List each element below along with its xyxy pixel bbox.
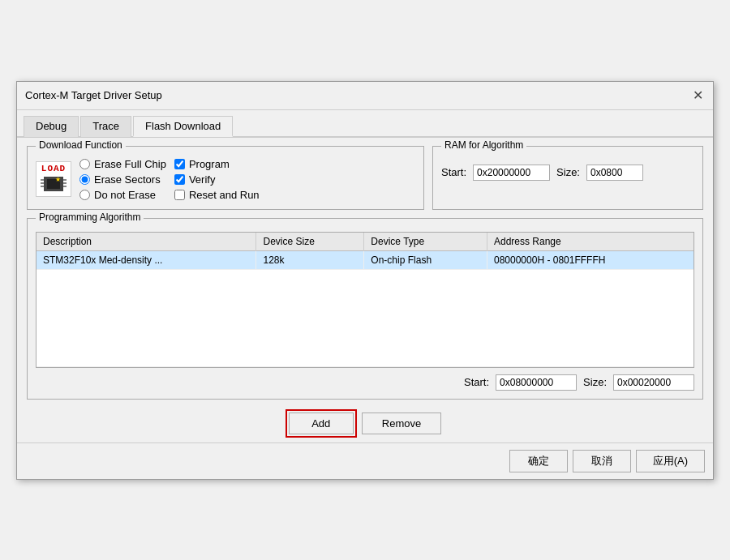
bottom-bar: 确定 取消 应用(A) bbox=[17, 442, 713, 479]
top-row: Download Function LOAD bbox=[27, 146, 703, 210]
cell-device-type: On-chip Flash bbox=[364, 250, 487, 269]
programming-algorithm-label: Programming Algorithm bbox=[36, 212, 144, 223]
col-address-range: Address Range bbox=[487, 233, 694, 251]
radio-erase-sectors-input[interactable] bbox=[79, 174, 90, 185]
svg-rect-2 bbox=[41, 179, 44, 181]
ram-algorithm-label: RAM for Algorithm bbox=[441, 139, 526, 151]
prog-bottom: Start: Size: bbox=[36, 374, 694, 391]
prog-start-label: Start: bbox=[464, 376, 489, 388]
title-bar: Cortex-M Target Driver Setup ✕ bbox=[17, 82, 713, 110]
checkbox-verify-input[interactable] bbox=[174, 174, 185, 185]
col-device-type: Device Type bbox=[364, 233, 487, 251]
prog-size-input[interactable] bbox=[613, 374, 694, 391]
checkbox-verify-label: Verify bbox=[189, 173, 216, 186]
svg-rect-4 bbox=[41, 186, 44, 187]
prog-size-label: Size: bbox=[583, 376, 607, 388]
radio-erase-sectors-label: Erase Sectors bbox=[94, 173, 161, 186]
table-row[interactable]: STM32F10x Med-density ... 128k On-chip F… bbox=[36, 250, 694, 269]
checkbox-program-label: Program bbox=[189, 158, 230, 170]
tab-bar: Debug Trace Flash Download bbox=[17, 110, 713, 138]
checkbox-reset-run-input[interactable] bbox=[174, 190, 185, 200]
radio-do-not-erase-label: Do not Erase bbox=[94, 189, 156, 201]
col-device-size: Device Size bbox=[256, 233, 364, 251]
cancel-button[interactable]: 取消 bbox=[573, 450, 631, 472]
load-icon: LOAD bbox=[36, 161, 71, 197]
checkbox-program-input[interactable] bbox=[174, 159, 185, 169]
action-button-row: Add Remove bbox=[27, 413, 703, 434]
programming-table-wrapper: Description Device Size Device Type Addr… bbox=[36, 232, 694, 368]
apply-button[interactable]: 应用(A) bbox=[636, 450, 705, 472]
tab-trace[interactable]: Trace bbox=[80, 116, 131, 137]
download-inner: LOAD bbox=[36, 158, 415, 201]
remove-button[interactable]: Remove bbox=[362, 413, 441, 434]
ok-button[interactable]: 确定 bbox=[509, 450, 568, 472]
main-window: Cortex-M Target Driver Setup ✕ Debug Tra… bbox=[16, 81, 714, 480]
svg-rect-3 bbox=[41, 182, 44, 184]
ram-algorithm-group: RAM for Algorithm Start: Size: bbox=[432, 146, 703, 210]
window-title: Cortex-M Target Driver Setup bbox=[25, 89, 162, 101]
radio-do-not-erase-input[interactable] bbox=[79, 190, 90, 200]
checkbox-verify[interactable]: Verify bbox=[174, 173, 260, 186]
cell-address-range: 08000000H - 0801FFFFH bbox=[487, 250, 694, 269]
tab-content: Download Function LOAD bbox=[17, 138, 713, 442]
checkbox-reset-run[interactable]: Reset and Run bbox=[174, 189, 260, 201]
size-label: Size: bbox=[556, 166, 580, 178]
chip-svg: ★ bbox=[41, 175, 67, 193]
checkbox-group: Program Verify Reset and Run bbox=[174, 158, 260, 201]
tab-flash-download[interactable]: Flash Download bbox=[133, 116, 233, 137]
add-button[interactable]: Add bbox=[289, 413, 354, 434]
svg-rect-6 bbox=[63, 182, 67, 184]
download-function-group: Download Function LOAD bbox=[27, 146, 424, 210]
cell-description: STM32F10x Med-density ... bbox=[36, 250, 256, 269]
checkbox-reset-run-label: Reset and Run bbox=[189, 189, 260, 201]
programming-algorithm-group: Programming Algorithm Description Device… bbox=[27, 218, 703, 400]
size-input[interactable] bbox=[586, 165, 643, 181]
close-button[interactable]: ✕ bbox=[690, 88, 705, 103]
ram-inner: Start: Size: bbox=[441, 165, 694, 181]
checkbox-program[interactable]: Program bbox=[174, 158, 260, 170]
table-header-row: Description Device Size Device Type Addr… bbox=[36, 233, 694, 251]
prog-start-input[interactable] bbox=[496, 374, 577, 391]
start-label: Start: bbox=[441, 166, 466, 178]
cell-device-size: 128k bbox=[256, 250, 364, 269]
start-input[interactable] bbox=[473, 165, 550, 181]
radio-erase-sectors[interactable]: Erase Sectors bbox=[79, 173, 166, 186]
load-text: LOAD bbox=[41, 164, 66, 173]
download-function-label: Download Function bbox=[36, 139, 126, 151]
radio-erase-full[interactable]: Erase Full Chip bbox=[79, 158, 166, 170]
tab-debug[interactable]: Debug bbox=[24, 116, 79, 137]
radio-do-not-erase[interactable]: Do not Erase bbox=[79, 189, 166, 201]
svg-rect-5 bbox=[63, 179, 67, 181]
programming-table: Description Device Size Device Type Addr… bbox=[36, 233, 694, 367]
col-description: Description bbox=[36, 233, 256, 251]
radio-group: Erase Full Chip Erase Sectors Do not Era… bbox=[79, 158, 166, 201]
radio-erase-full-input[interactable] bbox=[79, 159, 90, 169]
svg-text:★: ★ bbox=[55, 176, 61, 183]
svg-rect-7 bbox=[63, 186, 67, 187]
radio-erase-full-label: Erase Full Chip bbox=[94, 158, 166, 170]
table-empty-area bbox=[36, 269, 694, 366]
